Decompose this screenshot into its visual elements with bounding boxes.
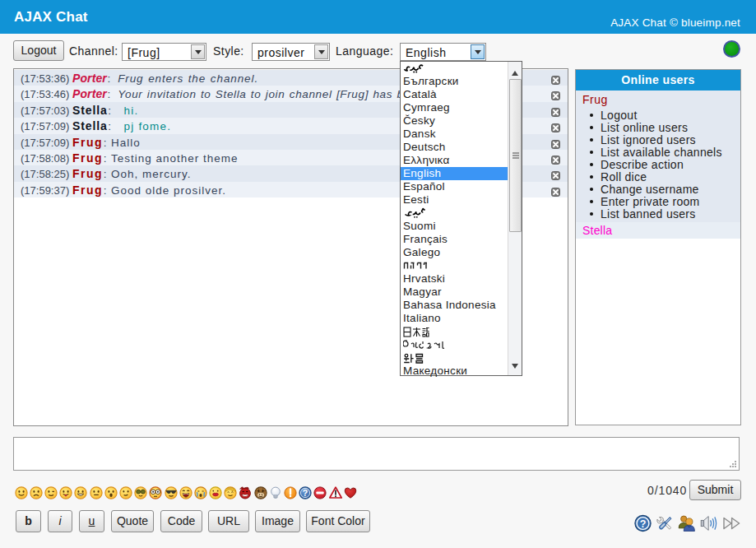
svg-text:?: ? — [640, 518, 647, 530]
svg-text:?: ? — [303, 488, 308, 498]
